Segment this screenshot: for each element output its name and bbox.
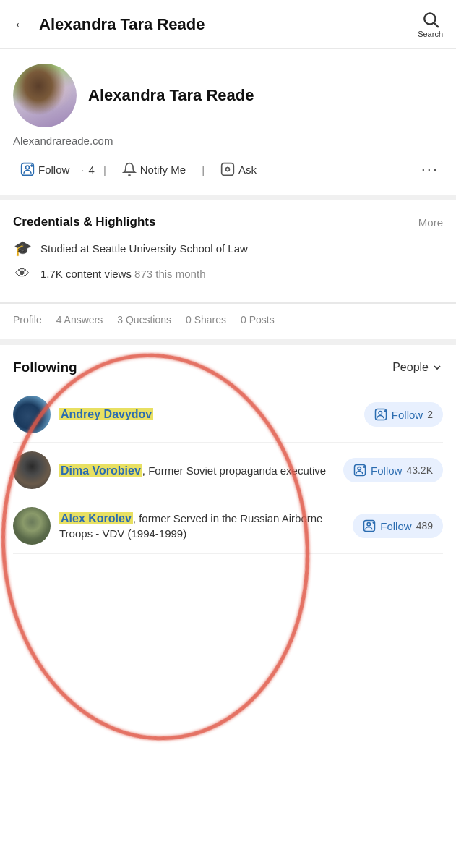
search-button[interactable]: Search — [418, 10, 443, 38]
svg-point-3 — [26, 166, 30, 169]
tab-questions[interactable]: 3 Questions — [110, 304, 178, 336]
profile-url[interactable]: Alexandrareade.com — [13, 135, 443, 147]
people-filter-label: People — [392, 361, 429, 374]
page-title: Alexandra Tara Reade — [39, 15, 205, 34]
profile-name: Alexandra Tara Reade — [88, 86, 254, 105]
tabs-section: Profile 4 Answers 3 Questions 0 Shares 0… — [0, 303, 456, 336]
svg-point-14 — [358, 467, 361, 471]
follow-label-3: Follow — [380, 520, 411, 532]
svg-line-1 — [434, 23, 438, 27]
search-label: Search — [418, 30, 443, 38]
profile-top: Alexandra Tara Reade — [13, 64, 443, 127]
header-left: ← Alexandra Tara Reade — [13, 15, 205, 34]
ask-button[interactable]: Ask — [213, 157, 264, 182]
notify-label: Notify Me — [140, 163, 186, 176]
ask-icon — [220, 162, 235, 176]
person-name-3[interactable]: Alex Korolev — [59, 512, 133, 524]
people-filter-dropdown[interactable]: People — [392, 361, 443, 374]
dot-separator2: | — [202, 163, 205, 176]
svg-rect-6 — [222, 163, 234, 176]
follow-button-1[interactable]: Follow 2 — [364, 402, 443, 427]
bell-icon — [122, 162, 137, 176]
more-options-button[interactable]: ··· — [417, 160, 443, 179]
person-desc-2: , Former Soviet propaganda executive — [142, 464, 326, 477]
credential-views: 👁 1.7K content views 873 this month — [13, 265, 443, 282]
chevron-down-icon — [431, 362, 443, 373]
person-info-3: Alex Korolev, former Served in the Russi… — [59, 511, 344, 541]
header: ← Alexandra Tara Reade Search — [0, 0, 456, 49]
follow-person-icon-3 — [363, 519, 376, 532]
search-icon — [421, 10, 440, 29]
tabs-row: Profile 4 Answers 3 Questions 0 Shares 0… — [6, 304, 450, 336]
follow-count-1: 2 — [427, 409, 433, 420]
person-avatar-1[interactable] — [13, 396, 51, 433]
section-divider-1 — [0, 195, 456, 200]
credentials-more-button[interactable]: More — [418, 216, 443, 229]
person-item-2: Dima Vorobiev, Former Soviet propaganda … — [13, 443, 443, 498]
tab-profile[interactable]: Profile — [6, 304, 49, 336]
credentials-title: Credentials & Highlights — [13, 215, 155, 229]
person-name-2[interactable]: Dima Vorobiev — [59, 464, 142, 477]
follow-count-3: 489 — [416, 520, 433, 532]
profile-section: Alexandra Tara Reade Alexandrareade.com … — [0, 49, 456, 192]
notify-button[interactable]: Notify Me — [115, 157, 193, 182]
following-header: Following People — [13, 359, 443, 375]
follow-label: Follow — [38, 163, 69, 176]
svg-point-10 — [379, 412, 382, 415]
views-month-text: 873 this month — [134, 268, 205, 280]
follow-person-icon-1 — [374, 408, 387, 421]
person-info-1: Andrey Davydov — [59, 408, 356, 421]
action-row: Follow · 4 | Notify Me | Ask ··· — [13, 157, 443, 182]
follow-label-2: Follow — [371, 464, 402, 477]
credentials-header: Credentials & Highlights More — [13, 215, 443, 229]
tab-answers[interactable]: 4 Answers — [49, 304, 111, 336]
back-button[interactable]: ← — [13, 15, 29, 34]
avatar — [13, 64, 77, 127]
credentials-section: Credentials & Highlights More 🎓 Studied … — [0, 203, 456, 302]
follow-label-1: Follow — [392, 409, 423, 421]
eye-icon: 👁 — [13, 265, 32, 282]
person-info-2: Dima Vorobiev, Former Soviet propaganda … — [59, 463, 335, 478]
person-item-1: Andrey Davydov Follow 2 — [13, 387, 443, 443]
credential-education: 🎓 Studied at Seattle University School o… — [13, 239, 443, 257]
tab-shares[interactable]: 0 Shares — [178, 304, 233, 336]
section-divider-2 — [0, 339, 456, 345]
follow-count: 4 — [89, 163, 95, 176]
graduation-icon: 🎓 — [13, 239, 32, 257]
views-text: 1.7K content views 873 this month — [40, 268, 205, 280]
tab-posts[interactable]: 0 Posts — [233, 304, 282, 336]
follow-icon — [20, 162, 35, 176]
dot-separator: | — [103, 163, 106, 176]
person-avatar-2[interactable] — [13, 451, 51, 489]
following-title: Following — [13, 359, 77, 375]
follow-separator: · — [81, 163, 84, 176]
following-section: Following People Andrey Davydov Follow 2 — [0, 348, 456, 560]
person-item-3: Alex Korolev, former Served in the Russi… — [13, 498, 443, 554]
follow-button[interactable]: Follow — [13, 157, 77, 182]
follow-button-3[interactable]: Follow 489 — [353, 514, 443, 538]
ask-label: Ask — [238, 163, 257, 176]
follow-person-icon-2 — [353, 464, 366, 477]
views-count: 1.7K content views — [40, 268, 132, 280]
education-text: Studied at Seattle University School of … — [40, 242, 248, 255]
svg-point-7 — [226, 168, 230, 171]
svg-point-18 — [367, 523, 371, 527]
follow-button-2[interactable]: Follow 43.2K — [343, 458, 443, 482]
person-avatar-3[interactable] — [13, 507, 51, 545]
person-name-1[interactable]: Andrey Davydov — [59, 408, 153, 420]
svg-point-0 — [424, 13, 435, 24]
follow-count-2: 43.2K — [406, 464, 433, 476]
